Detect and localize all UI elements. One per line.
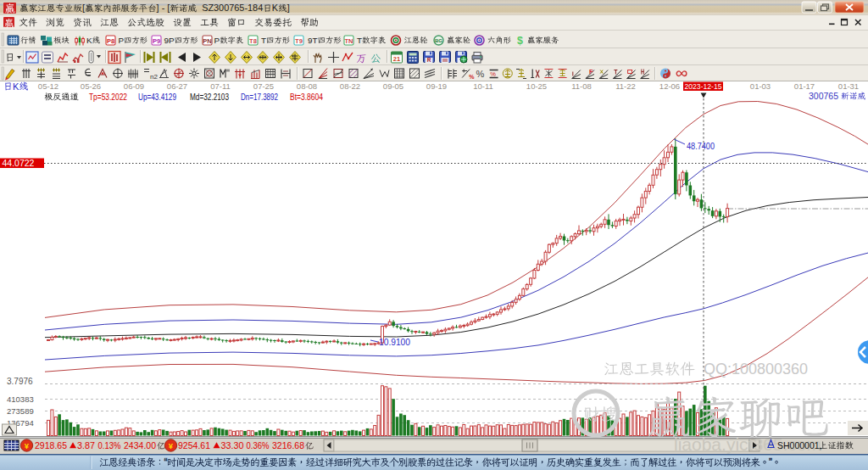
svg-text:300765: 300765	[809, 91, 838, 101]
svg-text:01-17: 01-17	[794, 81, 815, 91]
svg-text:QQ:100800360: QQ:100800360	[695, 361, 808, 378]
svg-text:BG: BG	[435, 38, 442, 43]
svg-text:2434.00: 2434.00	[124, 440, 156, 450]
svg-text:9P: 9P	[164, 36, 175, 45]
svg-text:¥: ¥	[25, 441, 30, 450]
svg-text:10-25: 10-25	[526, 81, 547, 91]
svg-text:9T: 9T	[308, 36, 318, 45]
svg-text:[: [	[82, 3, 85, 13]
svg-text:09-05: 09-05	[383, 81, 403, 91]
svg-text:21: 21	[393, 55, 400, 63]
svg-text:08-08: 08-08	[297, 81, 317, 91]
svg-text:0.36%: 0.36%	[247, 440, 270, 450]
svg-text:T: T	[357, 36, 362, 45]
svg-text:SZ300765-184: SZ300765-184	[197, 3, 263, 13]
svg-text:F: F	[589, 68, 593, 76]
svg-text:K: K	[86, 36, 92, 45]
svg-text:%: %	[469, 74, 475, 80]
svg-text:P9: P9	[153, 37, 160, 45]
svg-text:11-22: 11-22	[615, 81, 636, 91]
svg-text:Up=43.4129: Up=43.4129	[138, 92, 176, 102]
svg-text:3.87: 3.87	[77, 440, 95, 450]
svg-text:33.30: 33.30	[221, 440, 244, 450]
svg-text:Dn=17.3892: Dn=17.3892	[241, 92, 278, 102]
svg-text:10-11: 10-11	[473, 81, 493, 91]
svg-text:T: T	[261, 36, 266, 45]
svg-text:]: ]	[287, 3, 290, 13]
svg-text:] - [: ] - [	[157, 3, 170, 13]
svg-text:n2: n2	[150, 73, 158, 81]
svg-text:3216.68: 3216.68	[272, 440, 304, 450]
svg-text:K: K	[13, 81, 19, 92]
svg-text:9254.61: 9254.61	[178, 440, 210, 450]
svg-text:12-06: 12-06	[659, 81, 680, 91]
svg-text:11-08: 11-08	[571, 81, 592, 91]
svg-text:44.0722: 44.0722	[3, 158, 35, 168]
svg-text:PN: PN	[203, 37, 211, 45]
svg-text:01-03: 01-03	[750, 81, 771, 91]
svg-text:%: %	[490, 70, 496, 78]
svg-text:2918.65: 2918.65	[35, 440, 67, 450]
svg-text:07-11: 07-11	[210, 81, 231, 91]
svg-text:Bt=3.8604: Bt=3.8604	[290, 92, 323, 102]
svg-text:SH000001,: SH000001,	[777, 440, 822, 450]
svg-text:”: ”	[769, 456, 772, 468]
svg-text:410383: 410383	[7, 394, 34, 404]
svg-text:P8: P8	[107, 37, 114, 45]
svg-text:R: R	[427, 57, 431, 63]
svg-text:Md=32.2103: Md=32.2103	[190, 92, 229, 102]
svg-text:06-27: 06-27	[167, 81, 187, 91]
svg-text:TN: TN	[345, 37, 353, 45]
svg-text:05-26: 05-26	[81, 81, 101, 91]
svg-text:08-22: 08-22	[340, 81, 360, 91]
svg-text:09-19: 09-19	[426, 81, 447, 91]
svg-text:%: %	[476, 69, 485, 79]
svg-text:Tp=53.2022: Tp=53.2022	[89, 92, 127, 102]
svg-text:07-25: 07-25	[253, 81, 274, 91]
svg-text:“: “	[164, 456, 168, 468]
svg-text:10.9100: 10.9100	[379, 337, 410, 347]
svg-text:K: K	[272, 3, 279, 13]
svg-text:P: P	[119, 36, 125, 45]
svg-text:273589: 273589	[7, 406, 34, 416]
svg-text:2023-12-15: 2023-12-15	[685, 81, 722, 91]
svg-text:3.7976: 3.7976	[7, 377, 33, 386]
svg-text:01-31: 01-31	[838, 81, 859, 91]
svg-text:P: P	[214, 36, 220, 45]
svg-text:06-09: 06-09	[124, 81, 144, 91]
svg-text:T9: T9	[295, 37, 303, 45]
svg-text:05-12: 05-12	[38, 81, 58, 91]
svg-text:0.13%: 0.13%	[98, 440, 121, 450]
svg-text:T8: T8	[249, 37, 257, 45]
svg-text:¥: ¥	[169, 441, 174, 450]
svg-text:$: $	[517, 35, 523, 47]
svg-text:48.7400: 48.7400	[687, 141, 715, 151]
